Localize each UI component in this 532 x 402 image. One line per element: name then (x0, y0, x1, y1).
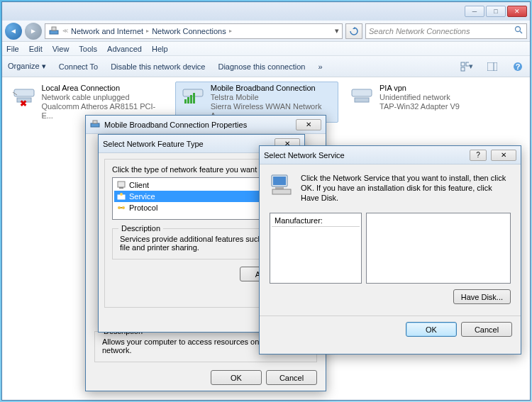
connect-to-button[interactable]: Connect To (59, 62, 98, 71)
svg-rect-4 (461, 62, 465, 66)
menu-file[interactable]: File (6, 45, 19, 53)
svg-rect-1 (52, 27, 56, 30)
breadcrumb-item[interactable]: Network Connections (152, 27, 226, 35)
close-button[interactable]: ✕ (491, 150, 516, 161)
computer-icon (270, 173, 294, 203)
diagnose-button[interactable]: Diagnose this connection (218, 62, 305, 71)
svg-rect-17 (190, 95, 192, 104)
preview-pane-icon[interactable] (486, 60, 499, 73)
connection-title: PIA vpn (379, 84, 460, 93)
list-item-label: Protocol (129, 203, 157, 212)
list-item-label: Client (129, 181, 149, 189)
svg-rect-7 (487, 62, 497, 71)
help-button[interactable]: ? (470, 150, 487, 161)
back-button[interactable]: ◄ (5, 23, 22, 40)
window-titlebar: ─ □ ✕ (2, 2, 530, 21)
dialog-title: Select Network Service (264, 151, 465, 160)
svg-rect-16 (187, 97, 189, 104)
column-header-manufacturer: Manufacturer: (272, 215, 360, 227)
svg-rect-19 (352, 89, 372, 96)
connection-device: TAP-Win32 Adapter V9 (379, 102, 460, 111)
connection-status: Telstra Mobile (211, 93, 334, 102)
instruction-text: Click the Network Service that you want … (301, 173, 511, 203)
svg-rect-11 (14, 89, 34, 96)
connection-title: Mobile Broadband Connection (211, 84, 334, 93)
select-network-service-dialog: Select Network Service ? ✕ Click the Net… (259, 145, 521, 354)
svg-rect-18 (193, 93, 195, 104)
network-icon (90, 119, 100, 130)
manufacturer-listbox[interactable]: Manufacturer: (270, 213, 362, 284)
menu-advanced[interactable]: Advanced (107, 45, 142, 53)
search-icon (514, 26, 523, 36)
view-options-icon[interactable]: ▾ (460, 60, 473, 73)
svg-point-29 (122, 206, 125, 209)
nav-bar: ◄ ► ≪ Network and Internet ▸ Network Con… (2, 21, 530, 42)
svg-point-28 (118, 206, 121, 209)
svg-rect-15 (184, 99, 187, 104)
connection-item[interactable]: PIA vpn Unidentified network TAP-Win32 A… (344, 82, 507, 123)
chevron-icon: ≪ (62, 28, 68, 34)
svg-point-26 (120, 193, 123, 196)
cancel-button[interactable]: Cancel (461, 322, 512, 337)
svg-point-2 (516, 27, 521, 32)
forward-button[interactable]: ► (25, 23, 42, 40)
connection-title: Local Area Connection (41, 84, 165, 93)
svg-rect-33 (272, 189, 291, 194)
dialog-title: Select Network Feature Type (103, 140, 270, 148)
protocol-icon (116, 203, 126, 213)
minimize-button[interactable]: ─ (465, 6, 484, 17)
overflow-button[interactable]: » (318, 62, 322, 71)
service-icon (116, 191, 126, 201)
client-icon (116, 180, 126, 190)
ok-button[interactable]: OK (211, 370, 262, 385)
close-button[interactable]: ✕ (296, 119, 321, 130)
svg-rect-20 (355, 98, 369, 102)
svg-rect-23 (118, 182, 125, 187)
svg-rect-22 (93, 121, 97, 123)
dialog-titlebar: Mobile Broadband Connection Properties ✕ (86, 116, 326, 134)
command-bar: Organize ▾ Connect To Disable this netwo… (2, 56, 530, 77)
chevron-right-icon: ▸ (146, 28, 149, 34)
network-icon (48, 25, 60, 38)
close-button[interactable]: ✕ (507, 6, 527, 17)
dropdown-arrow-icon[interactable]: ▾ (335, 26, 339, 35)
help-icon[interactable]: ? (511, 60, 524, 73)
cancel-button[interactable]: Cancel (266, 370, 317, 385)
maximize-button[interactable]: □ (486, 6, 506, 17)
dialog-title: Mobile Broadband Connection Properties (104, 121, 292, 129)
ok-button[interactable]: OK (406, 322, 457, 337)
svg-rect-21 (91, 123, 99, 127)
svg-rect-31 (273, 177, 286, 185)
svg-rect-5 (466, 62, 469, 66)
search-input[interactable]: Search Network Connections (365, 23, 527, 39)
chevron-right-icon: ▸ (229, 28, 232, 34)
address-bar[interactable]: ≪ Network and Internet ▸ Network Connect… (45, 23, 343, 39)
svg-rect-6 (461, 67, 465, 71)
menu-tools[interactable]: Tools (79, 45, 97, 53)
list-item-label: Service (129, 192, 155, 201)
connection-status: Unidentified network (379, 93, 460, 102)
menu-bar: File Edit View Tools Advanced Help (2, 42, 530, 56)
menu-view[interactable]: View (52, 45, 70, 53)
organize-button[interactable]: Organize ▾ (8, 62, 46, 71)
description-group-label: Description (118, 224, 163, 233)
refresh-button[interactable] (345, 23, 362, 39)
search-placeholder: Search Network Connections (369, 27, 470, 35)
dialog-titlebar: Select Network Service ? ✕ (260, 146, 521, 164)
svg-text:?: ? (516, 62, 521, 71)
menu-help[interactable]: Help (152, 45, 168, 53)
error-x-icon: ✖ (20, 99, 27, 108)
nic-icon (348, 84, 375, 108)
disable-device-button[interactable]: Disable this network device (111, 62, 205, 71)
signal-icon (179, 84, 206, 108)
menu-edit[interactable]: Edit (29, 45, 43, 53)
breadcrumb-item[interactable]: Network and Internet (71, 27, 143, 35)
svg-rect-24 (119, 187, 123, 189)
nic-icon: ✖ (11, 84, 37, 108)
have-disk-button[interactable]: Have Disk... (453, 289, 511, 304)
svg-rect-0 (50, 30, 58, 34)
connection-status: Network cable unplugged (41, 93, 165, 102)
svg-line-3 (520, 31, 522, 33)
service-listbox[interactable] (366, 213, 511, 284)
